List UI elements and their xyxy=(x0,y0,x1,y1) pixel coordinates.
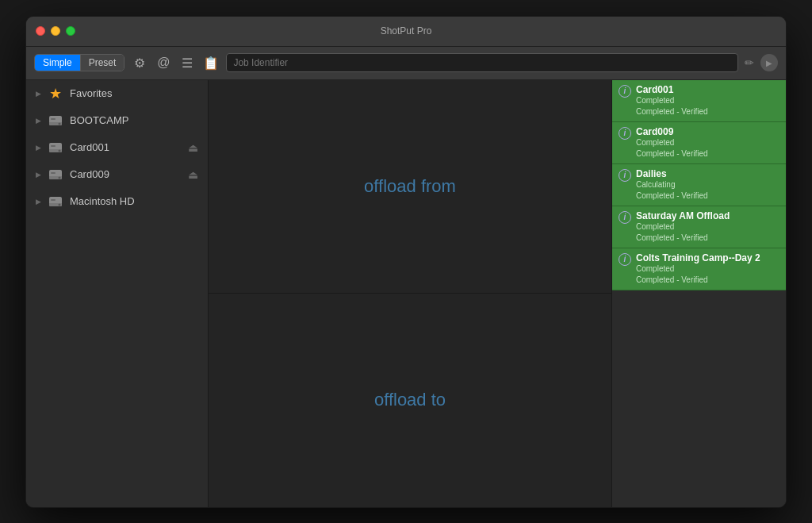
drive-icon xyxy=(47,112,64,129)
job-status1: Completed xyxy=(636,137,779,148)
info-icon: i xyxy=(619,169,631,182)
job-details: Card001 Completed Completed - Verified xyxy=(636,84,779,117)
clipboard-icon[interactable]: 📋 xyxy=(202,54,220,71)
sidebar: ▶ ★ Favorites ▶ BOOTCAMP xyxy=(26,80,209,507)
job-identifier-input[interactable] xyxy=(226,53,738,72)
info-icon: i xyxy=(619,85,631,98)
job-status1: Completed xyxy=(636,95,779,106)
job-details: Dailies Calculating Completed - Verified xyxy=(636,168,779,202)
sidebar-item-label: BOOTCAMP xyxy=(70,114,128,126)
job-item[interactable]: i Card001 Completed Completed - Verified xyxy=(612,80,786,122)
center-panel: offload from offload to xyxy=(209,80,611,507)
job-status2: Completed - Verified xyxy=(636,275,779,286)
job-item[interactable]: i Saturday AM Offload Completed Complete… xyxy=(612,206,786,248)
job-name: Card009 xyxy=(636,126,779,137)
gear-icon[interactable]: ⚙ xyxy=(131,54,148,71)
toolbar: Simple Preset ⚙ @ ☰ 📋 ✏ ▶ xyxy=(26,47,786,80)
svg-point-10 xyxy=(59,176,61,179)
chevron-right-icon: ▶ xyxy=(33,115,44,126)
job-status2: Completed - Verified xyxy=(636,233,779,244)
eject-button[interactable]: ⏏ xyxy=(185,168,201,181)
at-icon[interactable]: @ xyxy=(155,54,172,71)
job-name: Dailies xyxy=(636,168,779,179)
job-status1: Completed xyxy=(636,221,779,233)
traffic-lights xyxy=(36,26,75,36)
job-name: Saturday AM Offload xyxy=(636,210,779,221)
sidebar-item-label: Favorites xyxy=(70,87,112,99)
drive-icon xyxy=(47,166,64,183)
main-content: ▶ ★ Favorites ▶ BOOTCAMP xyxy=(26,80,786,507)
play-button[interactable]: ▶ xyxy=(760,54,778,71)
window-title: ShotPut Pro xyxy=(381,25,432,37)
eject-button[interactable]: ⏏ xyxy=(185,141,201,154)
job-name: Colts Training Camp--Day 2 xyxy=(636,252,779,263)
job-item[interactable]: i Card009 Completed Completed - Verified xyxy=(612,122,786,164)
sidebar-item-macintosh-hd[interactable]: ▶ Macintosh HD xyxy=(26,188,208,215)
job-status2: Completed - Verified xyxy=(636,148,779,160)
offload-to-label: offload to xyxy=(374,390,446,410)
tab-simple[interactable]: Simple xyxy=(35,55,81,71)
info-icon: i xyxy=(619,211,631,224)
sidebar-item-label: Card009 xyxy=(70,168,109,180)
tab-preset[interactable]: Preset xyxy=(81,55,124,71)
info-icon: i xyxy=(619,253,631,266)
sidebar-item-label: Macintosh HD xyxy=(70,195,135,207)
app-window: ShotPut Pro Simple Preset ⚙ @ ☰ 📋 ✏ ▶ ▶ … xyxy=(25,16,787,508)
svg-rect-11 xyxy=(51,172,56,174)
svg-point-14 xyxy=(59,203,61,206)
star-icon: ★ xyxy=(47,85,64,102)
maximize-button[interactable] xyxy=(66,26,75,36)
svg-rect-15 xyxy=(51,199,56,201)
chevron-right-icon: ▶ xyxy=(33,142,44,153)
sidebar-item-bootcamp[interactable]: ▶ BOOTCAMP xyxy=(26,107,208,134)
minimize-button[interactable] xyxy=(51,26,60,36)
job-status2: Completed - Verified xyxy=(636,106,779,117)
job-details: Card009 Completed Completed - Verified xyxy=(636,126,779,160)
jobs-panel: i Card001 Completed Completed - Verified… xyxy=(611,80,786,507)
view-tab-group: Simple Preset xyxy=(34,54,124,71)
chevron-right-icon: ▶ xyxy=(33,88,44,99)
job-details: Saturday AM Offload Completed Completed … xyxy=(636,210,779,244)
offload-from-label: offload from xyxy=(364,176,456,197)
drive-icon xyxy=(47,193,64,210)
job-status1: Completed xyxy=(636,263,779,275)
play-icon: ▶ xyxy=(766,59,772,67)
sidebar-item-card001[interactable]: ▶ Card001 ⏏ xyxy=(26,134,208,161)
info-icon: i xyxy=(619,127,631,140)
chevron-right-icon: ▶ xyxy=(33,169,44,180)
drive-icon xyxy=(47,139,64,156)
offload-to-area[interactable]: offload to xyxy=(209,294,611,507)
svg-rect-3 xyxy=(51,118,56,120)
job-item[interactable]: i Dailies Calculating Completed - Verifi… xyxy=(612,164,786,206)
list-icon[interactable]: ☰ xyxy=(178,54,196,71)
edit-icon[interactable]: ✏ xyxy=(745,56,754,69)
sidebar-item-favorites[interactable]: ▶ ★ Favorites xyxy=(26,80,208,107)
sidebar-item-label: Card001 xyxy=(70,141,109,153)
svg-point-6 xyxy=(59,149,61,152)
svg-point-2 xyxy=(59,122,61,125)
job-item[interactable]: i Colts Training Camp--Day 2 Completed C… xyxy=(612,248,786,290)
offload-from-area[interactable]: offload from xyxy=(209,80,611,294)
close-button[interactable] xyxy=(36,26,45,36)
titlebar: ShotPut Pro xyxy=(26,17,786,47)
job-status1: Calculating xyxy=(636,179,779,190)
job-status2: Completed - Verified xyxy=(636,190,779,202)
sidebar-item-card009[interactable]: ▶ Card009 ⏏ xyxy=(26,161,208,188)
job-details: Colts Training Camp--Day 2 Completed Com… xyxy=(636,252,779,286)
job-name: Card001 xyxy=(636,84,779,95)
chevron-right-icon: ▶ xyxy=(33,196,44,207)
svg-rect-7 xyxy=(51,145,56,147)
